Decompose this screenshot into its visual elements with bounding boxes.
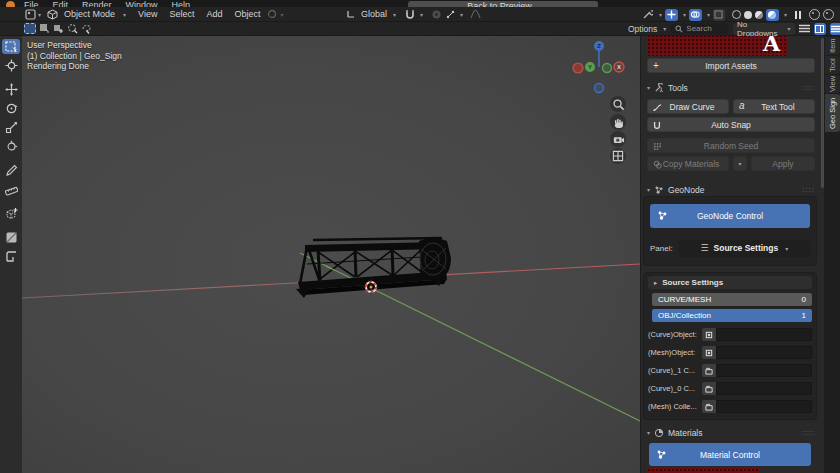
- tools-section-header[interactable]: ▾ Tools ::::: [645, 81, 815, 94]
- menu-help[interactable]: Help: [172, 0, 191, 7]
- render-border-icon[interactable]: [823, 9, 834, 20]
- pivot-chevron-icon[interactable]: ▾: [280, 11, 283, 18]
- collection-picker-icon[interactable]: [702, 382, 716, 395]
- apply-button[interactable]: Apply: [751, 156, 815, 171]
- tool-move[interactable]: [2, 82, 20, 97]
- tool-shade[interactable]: [2, 230, 20, 245]
- tab-item[interactable]: Item: [825, 37, 840, 55]
- pan-button[interactable]: [610, 114, 626, 130]
- menu-select[interactable]: Select: [163, 7, 200, 21]
- tool-select-box[interactable]: [2, 39, 20, 54]
- snap-chevron-icon[interactable]: ▾: [420, 11, 423, 18]
- xray-toggle-icon[interactable]: [713, 9, 725, 21]
- display-rows-icon[interactable]: [830, 23, 840, 35]
- active-tools-icon[interactable]: [642, 9, 654, 21]
- tool-corner[interactable]: [2, 249, 20, 264]
- shading-solid-icon[interactable]: [744, 11, 752, 19]
- text-tool-button[interactable]: a Text Tool: [733, 99, 815, 114]
- copy-materials-button[interactable]: Copy Materials: [647, 156, 729, 171]
- select-tweak-icon[interactable]: [24, 23, 36, 34]
- draw-curve-button[interactable]: Draw Curve: [647, 99, 729, 114]
- geonode-section-header[interactable]: ▾ GeoNode ::::: [645, 183, 815, 196]
- select-box-icon[interactable]: [38, 23, 50, 35]
- tool-measure[interactable]: [2, 182, 20, 197]
- orientation-chevron-icon[interactable]: ▾: [393, 11, 396, 18]
- tool-annotate[interactable]: [2, 163, 20, 178]
- editor-type-icon[interactable]: [24, 8, 36, 20]
- viewport-3d[interactable]: User Perspective (1) Collection | Geo_Si…: [22, 36, 640, 473]
- auto-snap-button[interactable]: Auto Snap: [647, 117, 815, 132]
- editor-type-chevron-icon[interactable]: ▾: [38, 11, 41, 18]
- tab-geo-sign[interactable]: Geo Sign: [825, 94, 840, 132]
- menu-add[interactable]: Add: [200, 7, 228, 21]
- curve-mesh-slider[interactable]: CURVE/MESH 0: [652, 293, 812, 306]
- gizmos-chevron-icon[interactable]: ▾: [683, 11, 686, 18]
- random-seed-button[interactable]: Random Seed: [647, 138, 815, 153]
- mesh-collection-field[interactable]: [716, 400, 812, 413]
- display-list-icon[interactable]: [799, 23, 810, 35]
- options-chevron-icon[interactable]: ▾: [663, 25, 666, 32]
- dropdown-filter[interactable]: No Dropdowns ▾: [733, 23, 795, 35]
- obj-collection-slider[interactable]: OBJ/Collection 1: [652, 309, 812, 322]
- tab-view[interactable]: View: [825, 75, 840, 93]
- material-control-button[interactable]: Material Control: [649, 443, 811, 466]
- select-lasso-icon[interactable]: [80, 23, 92, 35]
- menu-object[interactable]: Object: [228, 7, 266, 21]
- tools-collapse-icon[interactable]: ▾: [647, 84, 650, 91]
- geonode-control-button[interactable]: GeoNode Control: [650, 204, 810, 228]
- curve-1-collection-field[interactable]: [716, 364, 812, 377]
- proportional-chevron-icon[interactable]: ▾: [460, 11, 463, 18]
- orientation-selector[interactable]: Global: [359, 7, 389, 21]
- search-input[interactable]: Search: [670, 23, 729, 34]
- display-panel-icon[interactable]: [814, 23, 826, 35]
- shading-chevron-icon[interactable]: ▾: [784, 11, 787, 18]
- tools-chevron-icon[interactable]: ▾: [659, 11, 662, 18]
- navigation-gizmo[interactable]: Z Y X: [562, 38, 632, 102]
- materials-collapse-icon[interactable]: ▾: [647, 429, 650, 436]
- zoom-button[interactable]: [610, 96, 626, 112]
- import-assets-button[interactable]: + Import Assets: [647, 58, 815, 73]
- proportional-connected-icon[interactable]: [444, 8, 456, 20]
- camera-view-button[interactable]: [610, 131, 626, 147]
- toggle-ortho-button[interactable]: [610, 148, 626, 164]
- options-dropdown[interactable]: Options: [628, 24, 657, 34]
- shading-material-icon[interactable]: [755, 11, 763, 19]
- menu-file[interactable]: File: [24, 0, 39, 7]
- snap-magnet-icon[interactable]: [404, 8, 416, 20]
- panel-grip-icon[interactable]: ::::: [802, 83, 815, 92]
- apply-options-toggle[interactable]: ▾: [733, 156, 747, 171]
- menu-edit[interactable]: Edit: [53, 0, 69, 7]
- object-picker-icon[interactable]: [702, 346, 716, 359]
- menu-window[interactable]: Window: [126, 0, 158, 7]
- gizmos-toggle-icon[interactable]: [665, 9, 678, 21]
- select-extend-icon[interactable]: [52, 23, 64, 35]
- mesh-object-field[interactable]: [716, 346, 812, 359]
- object-picker-icon[interactable]: [702, 328, 716, 341]
- tool-transform[interactable]: [2, 139, 20, 154]
- panel-selector-dropdown[interactable]: ☰ Source Settings ▾: [679, 240, 810, 257]
- collection-picker-icon[interactable]: [702, 364, 716, 377]
- proportional-editing-icon[interactable]: [430, 8, 442, 20]
- mode-selector[interactable]: Object Mode: [58, 7, 121, 21]
- tool-cursor[interactable]: [2, 58, 20, 73]
- pause-icon[interactable]: [795, 11, 801, 19]
- curve-0-collection-field[interactable]: [716, 382, 812, 395]
- materials-section-header[interactable]: ▾ Materials ::::: [645, 426, 815, 439]
- render-region-icon[interactable]: [809, 9, 820, 20]
- menu-render[interactable]: Render: [82, 0, 112, 7]
- select-circle-icon[interactable]: [66, 23, 78, 35]
- menu-view[interactable]: View: [132, 7, 163, 21]
- tool-add-primitive[interactable]: [2, 206, 20, 221]
- panel-grip-icon[interactable]: ::::: [802, 428, 815, 437]
- falloff-curve-icon[interactable]: [469, 8, 481, 20]
- geonode-collapse-icon[interactable]: ▾: [647, 186, 650, 193]
- collection-picker-icon[interactable]: [702, 400, 716, 413]
- shading-wireframe-icon[interactable]: [732, 10, 741, 19]
- overlays-toggle-icon[interactable]: [689, 9, 702, 21]
- tool-scale[interactable]: [2, 120, 20, 135]
- curve-object-field[interactable]: [716, 328, 812, 341]
- mode-chevron-icon[interactable]: ▾: [123, 11, 126, 18]
- source-settings-header[interactable]: ▸ Source Settings: [648, 276, 812, 289]
- tool-rotate[interactable]: [2, 101, 20, 116]
- overlays-chevron-icon[interactable]: ▾: [707, 11, 710, 18]
